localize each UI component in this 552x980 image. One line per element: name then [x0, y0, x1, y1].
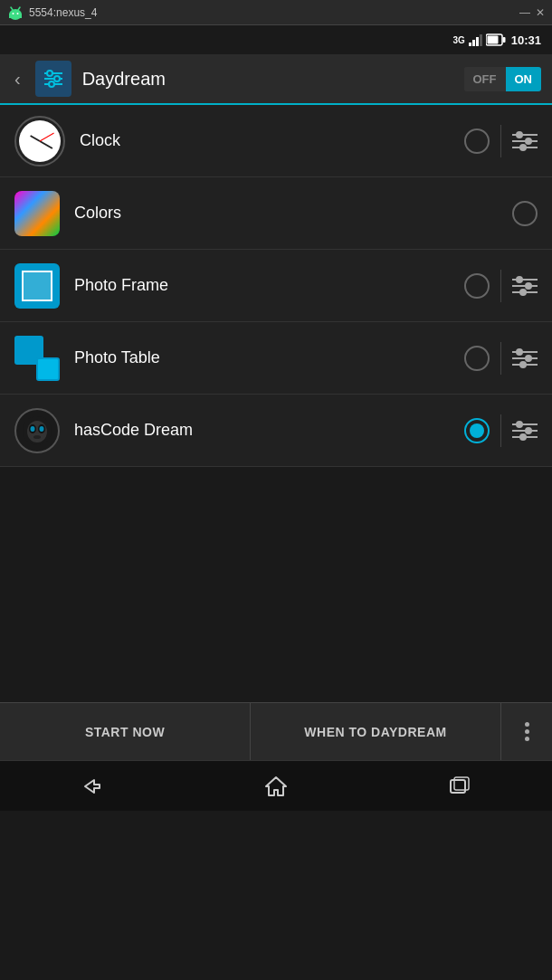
toggle-off-label: OFF — [464, 67, 506, 91]
colors-icon — [14, 191, 60, 236]
status-icons: 3G — [452, 33, 505, 46]
svg-point-3 — [17, 13, 19, 14]
sliders-icon — [41, 66, 66, 91]
svg-point-12 — [47, 71, 52, 76]
clock-icon — [14, 116, 65, 167]
photo-table-icon — [14, 336, 60, 381]
svg-rect-7 — [502, 37, 505, 43]
hascode-settings-icon[interactable] — [512, 418, 538, 443]
svg-line-4 — [11, 7, 13, 10]
pt-settings-line-3 — [512, 364, 538, 366]
hc-settings-line-1 — [512, 423, 538, 425]
recents-nav-button[interactable] — [434, 768, 485, 804]
list-item-photo-table[interactable]: Photo Table — [0, 322, 552, 395]
signal-bar-3 — [476, 37, 479, 46]
title-bar-controls: — ✕ — [519, 6, 545, 19]
dot-3 — [525, 737, 529, 741]
hascode-radio[interactable] — [464, 418, 490, 443]
app-bar-title: Daydream — [82, 69, 453, 90]
photo-frame-label: Photo Frame — [60, 276, 464, 295]
more-dots-icon — [525, 722, 529, 741]
clock-minute-hand — [40, 140, 53, 149]
signal-bars — [469, 33, 482, 46]
settings-line-2 — [512, 140, 538, 142]
hascode-face-svg — [20, 414, 54, 448]
empty-content-area — [0, 467, 552, 702]
photo-frame-settings-icon[interactable] — [512, 273, 538, 299]
home-nav-button[interactable] — [251, 768, 301, 804]
photo-table-square2 — [36, 357, 60, 381]
title-bar-left: 5554:nexus_4 — [7, 5, 97, 21]
daydream-app-icon — [35, 61, 71, 97]
dot-1 — [525, 722, 529, 727]
svg-point-2 — [13, 13, 14, 14]
hascode-icon — [14, 408, 60, 453]
radio-inner-selected — [470, 423, 484, 438]
when-to-daydream-button[interactable]: WHEN TO DAYDREAM — [251, 703, 501, 760]
list-item-photo-frame[interactable]: Photo Frame — [0, 250, 552, 322]
photo-table-divider — [500, 342, 501, 375]
svg-point-21 — [33, 435, 41, 439]
settings-line-3 — [512, 147, 538, 148]
list-item-clock[interactable]: Clock — [0, 105, 552, 177]
svg-point-20 — [40, 426, 44, 432]
photo-table-settings-icon[interactable] — [512, 346, 538, 371]
signal-bar-2 — [472, 40, 475, 46]
hc-settings-line-2 — [512, 430, 538, 432]
home-nav-icon — [263, 774, 289, 799]
hascode-label: hasCode Dream — [60, 421, 464, 440]
clock-face — [19, 120, 61, 162]
pf-settings-line-2 — [512, 285, 538, 287]
settings-line-1 — [512, 134, 538, 136]
clock-divider — [500, 125, 501, 157]
svg-rect-8 — [487, 36, 498, 44]
svg-line-5 — [18, 7, 20, 10]
back-button[interactable]: ‹ — [11, 65, 24, 93]
svg-point-19 — [31, 426, 35, 432]
colors-label: Colors — [60, 204, 512, 223]
list-item-colors[interactable]: Colors — [0, 177, 552, 250]
pt-settings-line-1 — [512, 351, 538, 353]
title-bar: 5554:nexus_4 — ✕ — [0, 0, 552, 25]
pt-settings-line-2 — [512, 357, 538, 359]
photo-frame-radio[interactable] — [464, 273, 490, 299]
action-bar: START NOW WHEN TO DAYDREAM — [0, 702, 552, 760]
hc-settings-line-3 — [512, 436, 538, 438]
photo-table-radio[interactable] — [464, 346, 490, 371]
android-icon — [7, 5, 24, 21]
clock-radio[interactable] — [464, 128, 490, 154]
toggle-switch[interactable]: OFF ON — [464, 67, 542, 91]
colors-radio[interactable] — [512, 201, 538, 226]
minimize-button[interactable]: — — [519, 6, 530, 19]
signal-bar-4 — [480, 34, 482, 46]
pf-settings-line-1 — [512, 279, 538, 281]
daydream-list: Clock Colors Photo Frame — [0, 105, 552, 467]
back-nav-icon — [80, 775, 105, 797]
more-options-button[interactable] — [501, 703, 552, 760]
pf-settings-line-3 — [512, 291, 538, 293]
battery-icon — [486, 33, 506, 46]
signal-bar-1 — [469, 43, 471, 46]
hascode-divider — [500, 414, 501, 447]
svg-rect-1 — [9, 14, 22, 18]
network-type: 3G — [452, 35, 464, 45]
photo-frame-divider — [500, 270, 501, 302]
photo-table-label: Photo Table — [60, 348, 464, 367]
svg-point-13 — [54, 76, 60, 81]
dot-2 — [525, 729, 529, 734]
back-nav-button[interactable] — [67, 768, 118, 804]
start-now-button[interactable]: START NOW — [0, 703, 251, 760]
title-bar-title: 5554:nexus_4 — [29, 6, 97, 19]
status-time: 10:31 — [511, 33, 541, 47]
photo-frame-inner — [22, 271, 52, 301]
clock-second-hand — [40, 132, 54, 141]
status-bar: 3G 10:31 — [0, 25, 552, 54]
clock-settings-icon[interactable] — [512, 128, 538, 154]
svg-rect-23 — [451, 780, 465, 793]
nav-bar — [0, 760, 552, 811]
svg-point-14 — [49, 81, 54, 87]
close-button[interactable]: ✕ — [536, 6, 545, 19]
app-bar: ‹ Daydream OFF ON — [0, 54, 552, 105]
clock-label: Clock — [65, 131, 464, 150]
list-item-hascode[interactable]: hasCode Dream — [0, 395, 552, 467]
